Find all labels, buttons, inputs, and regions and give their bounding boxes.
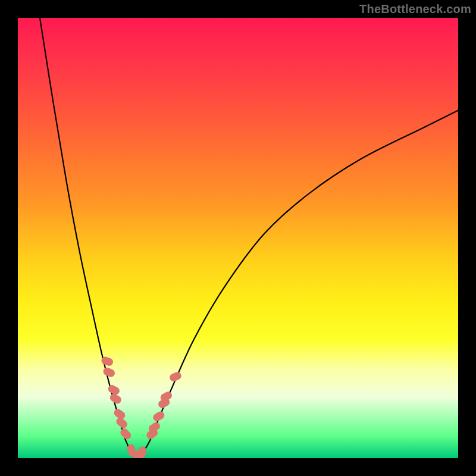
watermark-label: TheBottleneck.com	[359, 2, 471, 16]
gradient-background	[18, 18, 458, 458]
